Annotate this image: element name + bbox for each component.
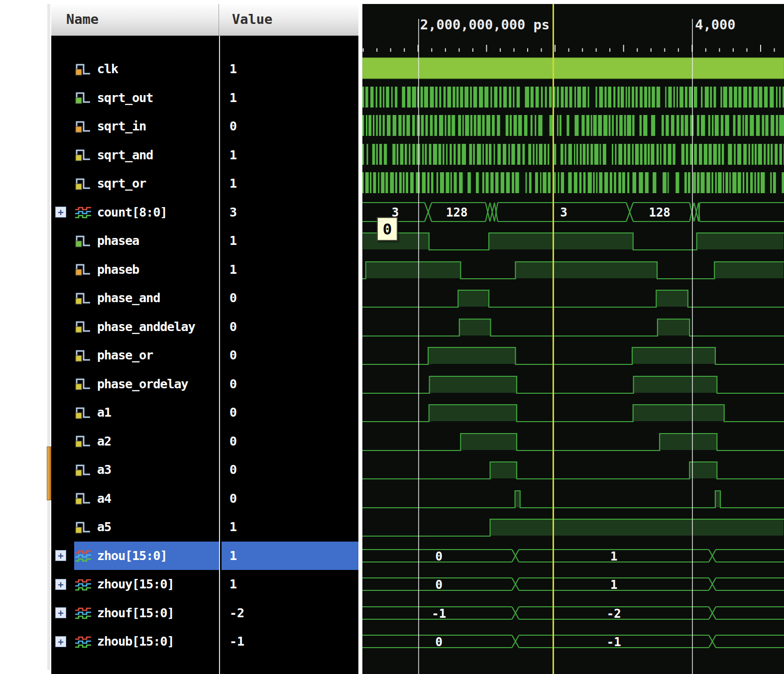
waveform-lane[interactable]: 31283128 bbox=[362, 198, 784, 227]
signal-name-highlight: sqrt_and bbox=[74, 141, 220, 170]
bit-signal-icon bbox=[74, 462, 94, 477]
expand-toggle[interactable]: + bbox=[55, 607, 66, 618]
left-scrollbar-track[interactable] bbox=[47, 4, 50, 670]
signal-name-cell: +zhouy[15:0] bbox=[51, 570, 220, 599]
waveform-lane[interactable] bbox=[362, 341, 784, 370]
signal-value-cell: 0 bbox=[222, 370, 358, 399]
bit-signal-icon bbox=[74, 176, 94, 191]
signal-row[interactable]: +zhouy[15:0]1 bbox=[51, 570, 358, 599]
waveform-lane[interactable] bbox=[362, 513, 784, 542]
signal-name-highlight: phase_or bbox=[74, 341, 220, 370]
waveform-lane[interactable] bbox=[362, 169, 784, 198]
signal-name-highlight: a5 bbox=[74, 513, 220, 542]
signal-value: 0 bbox=[229, 377, 237, 391]
expand-toggle[interactable]: + bbox=[55, 550, 66, 561]
signal-value: 1 bbox=[229, 549, 237, 563]
signal-name: zhouy[15:0] bbox=[97, 577, 174, 591]
signal-value: 0 bbox=[229, 320, 237, 334]
waveform-lane[interactable] bbox=[362, 484, 784, 513]
timeline-ruler[interactable]: 2,000,000,000 ps4,000 bbox=[362, 4, 784, 52]
signal-name: sqrt_and bbox=[97, 148, 153, 162]
expand-slot: + bbox=[55, 607, 74, 618]
signal-row[interactable]: +zhou[15:0]1 bbox=[51, 542, 358, 570]
expand-toggle[interactable]: + bbox=[55, 579, 66, 590]
waveform-lane[interactable] bbox=[362, 398, 784, 427]
signal-name-highlight: sqrt_in bbox=[74, 112, 220, 141]
bit-signal-icon bbox=[74, 119, 94, 134]
waveform-lane[interactable] bbox=[362, 455, 784, 484]
signal-name-cell: phaseb bbox=[51, 255, 220, 284]
signal-value: -1 bbox=[229, 634, 244, 649]
signal-row[interactable]: phaseb1 bbox=[51, 255, 358, 284]
waveform-lane[interactable]: 0-1 bbox=[362, 627, 784, 656]
signal-name: sqrt_or bbox=[97, 176, 146, 191]
bit-signal-icon bbox=[74, 291, 94, 306]
signal-value: 1 bbox=[229, 62, 237, 76]
signal-value-cell: 1 bbox=[222, 255, 358, 284]
signal-row[interactable]: a51 bbox=[51, 513, 358, 542]
signal-row[interactable]: a20 bbox=[51, 427, 358, 456]
cursor-line[interactable] bbox=[553, 4, 554, 674]
signal-name-highlight: a3 bbox=[74, 455, 220, 484]
signal-value: 1 bbox=[229, 91, 237, 105]
signal-row[interactable]: phasea1 bbox=[51, 226, 358, 255]
bus-value-label: -1 bbox=[607, 635, 621, 649]
waveform-lane[interactable]: 01 bbox=[362, 542, 784, 570]
tooltip-text: 0 bbox=[383, 220, 392, 238]
signal-value-cell: 0 bbox=[222, 313, 358, 341]
waveform-lane[interactable]: -1-2 bbox=[362, 599, 784, 628]
signal-name-cell: +count[8:0] bbox=[51, 198, 220, 227]
expand-toggle[interactable]: + bbox=[55, 636, 66, 647]
signal-row[interactable]: phase_ordelay0 bbox=[51, 370, 358, 399]
signal-row[interactable]: a10 bbox=[51, 398, 358, 427]
waveform-lane[interactable] bbox=[362, 141, 784, 170]
signal-name-cell: a1 bbox=[51, 398, 220, 427]
signal-name-highlight: phaseb bbox=[74, 255, 220, 284]
waveform-lane[interactable] bbox=[362, 226, 784, 255]
waveform-panel[interactable]: 2,000,000,000 ps4,000 312831280101-1-20-… bbox=[362, 4, 784, 674]
signal-row[interactable]: +zhouf[15:0]-2 bbox=[51, 599, 358, 628]
waveform-lane[interactable] bbox=[362, 370, 784, 399]
signal-row[interactable]: sqrt_and1 bbox=[51, 141, 358, 170]
signal-name-cell: sqrt_out bbox=[51, 84, 220, 112]
signal-name-highlight: phasea bbox=[74, 226, 220, 255]
waveform-lane[interactable] bbox=[362, 112, 784, 141]
expand-toggle[interactable]: + bbox=[55, 207, 66, 218]
signal-value-cell: -2 bbox=[222, 599, 358, 628]
signal-row[interactable]: a40 bbox=[51, 484, 358, 513]
bit-signal-icon bbox=[74, 434, 94, 449]
signal-name: a3 bbox=[97, 462, 111, 477]
waveform-lane[interactable] bbox=[362, 284, 784, 313]
signal-value: 0 bbox=[229, 462, 237, 477]
waveform-viewer: Name Value clk1sqrt_out1sqrt_in0sqrt_and… bbox=[0, 0, 784, 674]
signal-value: 0 bbox=[229, 405, 237, 420]
signal-row[interactable]: sqrt_out1 bbox=[51, 84, 358, 112]
signal-value-cell: -1 bbox=[222, 627, 358, 656]
signal-row[interactable]: a30 bbox=[51, 455, 358, 484]
waveform-lane[interactable] bbox=[362, 427, 784, 456]
signal-row[interactable]: +count[8:0]3 bbox=[51, 198, 358, 227]
signal-value: 3 bbox=[229, 205, 237, 220]
bit-signal-icon bbox=[74, 319, 94, 334]
expand-slot: + bbox=[55, 207, 74, 218]
waveform-lane[interactable] bbox=[362, 84, 784, 112]
signal-row[interactable]: sqrt_or1 bbox=[51, 169, 358, 198]
signal-row[interactable]: phase_anddelay0 bbox=[51, 313, 358, 341]
signal-value: 0 bbox=[229, 291, 237, 305]
signal-row[interactable]: clk1 bbox=[51, 55, 358, 84]
bus-value-label: 0 bbox=[436, 635, 443, 649]
signal-value: 0 bbox=[229, 119, 237, 133]
waveform-lane[interactable] bbox=[362, 313, 784, 341]
waveform-lane[interactable] bbox=[362, 55, 784, 84]
waveform-lane[interactable] bbox=[362, 255, 784, 284]
scroll-marker[interactable] bbox=[47, 447, 51, 500]
signal-name: phasea bbox=[97, 233, 139, 248]
signal-row[interactable]: sqrt_in0 bbox=[51, 112, 358, 141]
signal-row[interactable]: +zhoub[15:0]-1 bbox=[51, 627, 358, 656]
signal-row[interactable]: phase_and0 bbox=[51, 284, 358, 313]
signal-name: zhou[15:0] bbox=[97, 549, 167, 563]
signal-row[interactable]: phase_or0 bbox=[51, 341, 358, 370]
signal-name: zhoub[15:0] bbox=[97, 634, 174, 649]
column-divider[interactable] bbox=[219, 36, 220, 674]
waveform-lane[interactable]: 01 bbox=[362, 570, 784, 599]
